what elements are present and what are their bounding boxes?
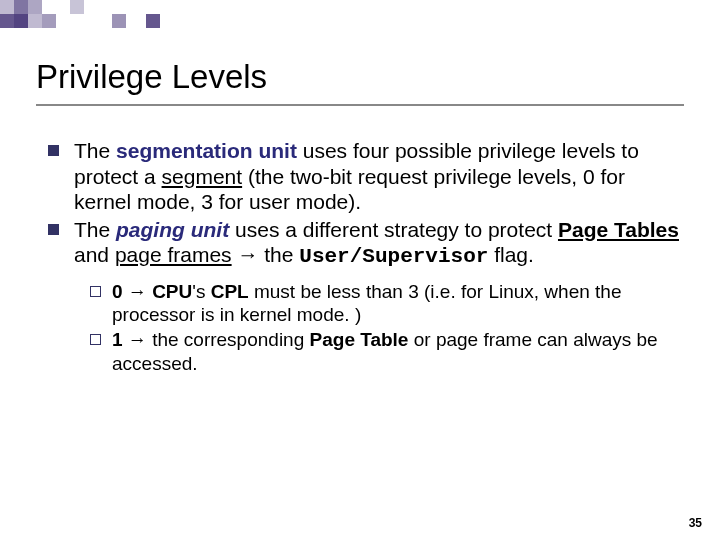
bullet-segmentation: The segmentation unit uses four possible… <box>46 138 684 215</box>
text: uses a different strategy to protect <box>229 218 558 241</box>
flag-value-zero: 0 <box>112 281 123 302</box>
sub-bullet-one: 1 → the corresponding Page Table or page… <box>88 328 684 374</box>
arrow-text: → <box>123 281 153 302</box>
term-cpu: CPU <box>152 281 192 302</box>
slide-content: Privilege Levels The segmentation unit u… <box>0 0 720 375</box>
bullet-paging: The paging unit uses a different strateg… <box>46 217 684 375</box>
main-bullet-list: The segmentation unit uses four possible… <box>36 138 684 375</box>
arrow-text: → the <box>232 243 300 266</box>
term-segment: segment <box>162 165 243 188</box>
term-user-supervisor: User/Supervisor <box>299 245 488 268</box>
term-page-frames: page frames <box>115 243 232 266</box>
term-page-tables: Page Tables <box>558 218 679 241</box>
text: 's <box>192 281 210 302</box>
term-segmentation-unit: segmentation unit <box>116 139 297 162</box>
term-paging-unit: paging unit <box>116 218 229 241</box>
term-page-table: Page Table <box>310 329 409 350</box>
page-number: 35 <box>689 516 702 530</box>
term-cpl: CPL <box>211 281 249 302</box>
flag-value-one: 1 <box>112 329 123 350</box>
text: The <box>74 218 116 241</box>
text: The <box>74 139 116 162</box>
text: and <box>74 243 115 266</box>
text: flag. <box>488 243 534 266</box>
slide-title: Privilege Levels <box>36 58 684 106</box>
sub-bullet-list: 0 → CPU's CPL must be less than 3 (i.e. … <box>74 280 684 375</box>
slide-corner-decoration <box>0 0 720 38</box>
sub-bullet-zero: 0 → CPU's CPL must be less than 3 (i.e. … <box>88 280 684 326</box>
arrow-text: → the corresponding <box>123 329 310 350</box>
